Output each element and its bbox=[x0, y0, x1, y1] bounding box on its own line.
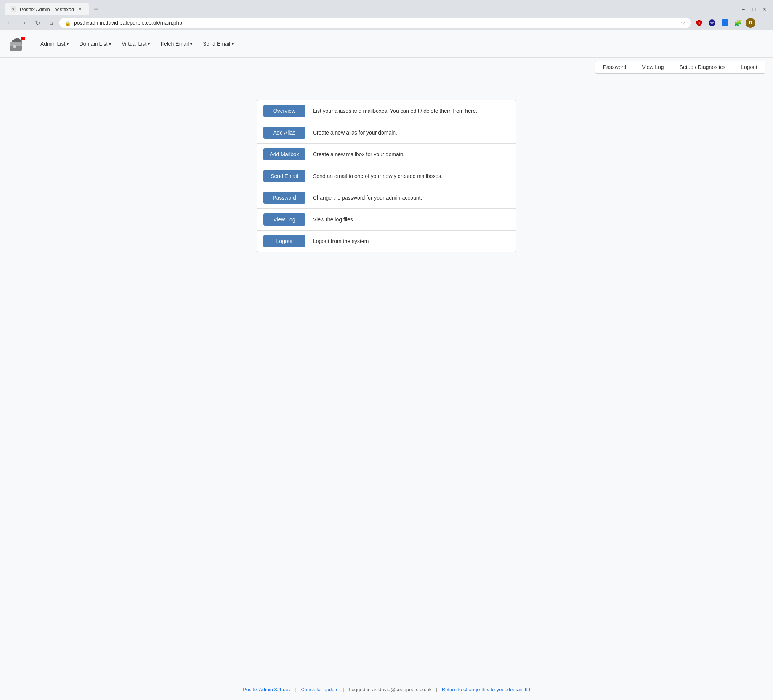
forward-button[interactable]: → bbox=[18, 18, 29, 28]
nav-item-send-email[interactable]: Send Email▾ bbox=[198, 38, 238, 49]
action-table: OverviewList your aliases and mailboxes.… bbox=[257, 100, 516, 252]
tab-bar: ✉ Postfix Admin - postfixad ✕ + bbox=[5, 3, 101, 15]
svg-text:✉: ✉ bbox=[12, 8, 15, 12]
nav-label: Domain List bbox=[79, 41, 107, 47]
action-description: Send an email to one of your newly creat… bbox=[313, 173, 510, 179]
action-description: View the log files. bbox=[313, 217, 510, 223]
action-description: Create a new mailbox for your domain. bbox=[313, 151, 510, 158]
toolbar-icons: μ ✳ 🧩 D ⋮ bbox=[694, 18, 768, 28]
action-description: Logout from the system bbox=[313, 238, 510, 244]
svg-rect-8 bbox=[13, 45, 16, 48]
action-description: Change the password for your admin accou… bbox=[313, 195, 510, 201]
action-description: List your aliases and mailboxes. You can… bbox=[313, 108, 510, 114]
dropdown-arrow: ▾ bbox=[67, 42, 69, 46]
main-content: OverviewList your aliases and mailboxes.… bbox=[0, 77, 773, 275]
back-button[interactable]: ← bbox=[5, 18, 15, 28]
address-bar[interactable]: 🔒 postfixadmin.david.palepurple.co.uk/ma… bbox=[59, 18, 691, 28]
close-window-button[interactable]: ✕ bbox=[761, 5, 768, 13]
version-link[interactable]: Postfix Admin 3.4-dev bbox=[243, 687, 291, 692]
action-btn-add-mailbox[interactable]: Add Mailbox bbox=[263, 148, 305, 160]
nav-item-admin-list[interactable]: Admin List▾ bbox=[36, 38, 73, 49]
svg-text:μ: μ bbox=[697, 21, 700, 25]
footer-sep-1: | bbox=[295, 687, 296, 692]
nav-menu: Admin List▾Domain List▾Virtual List▾Fetc… bbox=[36, 38, 238, 49]
tab-favicon: ✉ bbox=[11, 6, 17, 12]
svg-rect-10 bbox=[21, 37, 25, 39]
table-row: OverviewList your aliases and mailboxes.… bbox=[257, 100, 516, 122]
extensions-icon[interactable]: 🧩 bbox=[733, 18, 743, 28]
utility-nav: PasswordView LogSetup / DiagnosticsLogou… bbox=[0, 58, 773, 77]
nav-label: Virtual List bbox=[122, 41, 146, 47]
dropdown-arrow: ▾ bbox=[190, 42, 192, 46]
nav-item-domain-list[interactable]: Domain List▾ bbox=[75, 38, 115, 49]
tab-close-button[interactable]: ✕ bbox=[77, 6, 83, 12]
action-btn-logout[interactable]: Logout bbox=[263, 235, 305, 247]
svg-text:✳: ✳ bbox=[710, 20, 714, 26]
action-btn-overview[interactable]: Overview bbox=[263, 105, 305, 117]
dropdown-arrow: ▾ bbox=[232, 42, 234, 46]
table-row: Add MailboxCreate a new mailbox for your… bbox=[257, 144, 516, 165]
browser-titlebar: ✉ Postfix Admin - postfixad ✕ + − □ ✕ bbox=[0, 0, 773, 15]
svg-rect-5 bbox=[722, 20, 729, 26]
app-logo bbox=[8, 34, 27, 53]
page-wrapper: Admin List▾Domain List▾Virtual List▾Fetc… bbox=[0, 31, 773, 700]
refresh-button[interactable]: ↻ bbox=[32, 18, 43, 28]
extension2-icon[interactable] bbox=[720, 18, 730, 28]
check-update-link[interactable]: Check for update bbox=[301, 687, 339, 692]
profile-avatar[interactable]: D bbox=[745, 18, 755, 28]
util-btn-logout[interactable]: Logout bbox=[733, 61, 765, 74]
active-tab[interactable]: ✉ Postfix Admin - postfixad ✕ bbox=[5, 3, 89, 15]
return-link[interactable]: Return to change-this-to-your.domain.tld bbox=[442, 687, 530, 692]
url-text: postfixadmin.david.palepurple.co.uk/main… bbox=[74, 20, 677, 26]
table-row: Add AliasCreate a new alias for your dom… bbox=[257, 122, 516, 144]
browser-toolbar: ← → ↻ ⌂ 🔒 postfixadmin.david.palepurple.… bbox=[0, 15, 773, 31]
footer-sep-2: | bbox=[343, 687, 344, 692]
nav-item-virtual-list[interactable]: Virtual List▾ bbox=[117, 38, 155, 49]
extension-icon[interactable]: ✳ bbox=[707, 18, 717, 28]
table-row: PasswordChange the password for your adm… bbox=[257, 187, 516, 209]
browser-menu-button[interactable]: ⋮ bbox=[758, 18, 768, 28]
nav-label: Send Email bbox=[203, 41, 230, 47]
tab-title: Postfix Admin - postfixad bbox=[20, 7, 74, 12]
window-controls: − □ ✕ bbox=[740, 5, 768, 13]
action-btn-password[interactable]: Password bbox=[263, 192, 305, 204]
action-btn-view-log[interactable]: View Log bbox=[263, 214, 305, 225]
action-btn-send-email[interactable]: Send Email bbox=[263, 170, 305, 182]
dropdown-arrow: ▾ bbox=[109, 42, 111, 46]
table-row: LogoutLogout from the system bbox=[257, 230, 516, 252]
browser-chrome: ✉ Postfix Admin - postfixad ✕ + − □ ✕ ← … bbox=[0, 0, 773, 31]
util-btn-setup-/-diagnostics[interactable]: Setup / Diagnostics bbox=[672, 61, 734, 74]
footer: Postfix Admin 3.4-dev | Check for update… bbox=[0, 679, 773, 700]
util-btn-view-log[interactable]: View Log bbox=[634, 61, 672, 74]
maximize-button[interactable]: □ bbox=[750, 5, 758, 13]
nav-label: Admin List bbox=[40, 41, 65, 47]
nav-label: Fetch Email bbox=[161, 41, 189, 47]
table-row: Send EmailSend an email to one of your n… bbox=[257, 165, 516, 187]
dropdown-arrow: ▾ bbox=[148, 42, 150, 46]
logged-in-text: Logged in as david@codepoets.co.uk bbox=[349, 687, 431, 692]
lock-icon: 🔒 bbox=[65, 20, 71, 26]
ublock-icon[interactable]: μ bbox=[694, 18, 704, 28]
action-description: Create a new alias for your domain. bbox=[313, 130, 510, 136]
home-button[interactable]: ⌂ bbox=[46, 18, 56, 28]
new-tab-button[interactable]: + bbox=[91, 3, 101, 15]
nav-item-fetch-email[interactable]: Fetch Email▾ bbox=[156, 38, 197, 49]
util-btn-password[interactable]: Password bbox=[595, 61, 634, 74]
action-btn-add-alias[interactable]: Add Alias bbox=[263, 127, 305, 139]
bookmark-icon[interactable]: ☆ bbox=[680, 20, 685, 26]
app-header: Admin List▾Domain List▾Virtual List▾Fetc… bbox=[0, 31, 773, 58]
table-row: View LogView the log files. bbox=[257, 209, 516, 230]
footer-sep-3: | bbox=[436, 687, 437, 692]
minimize-button[interactable]: − bbox=[740, 5, 747, 13]
